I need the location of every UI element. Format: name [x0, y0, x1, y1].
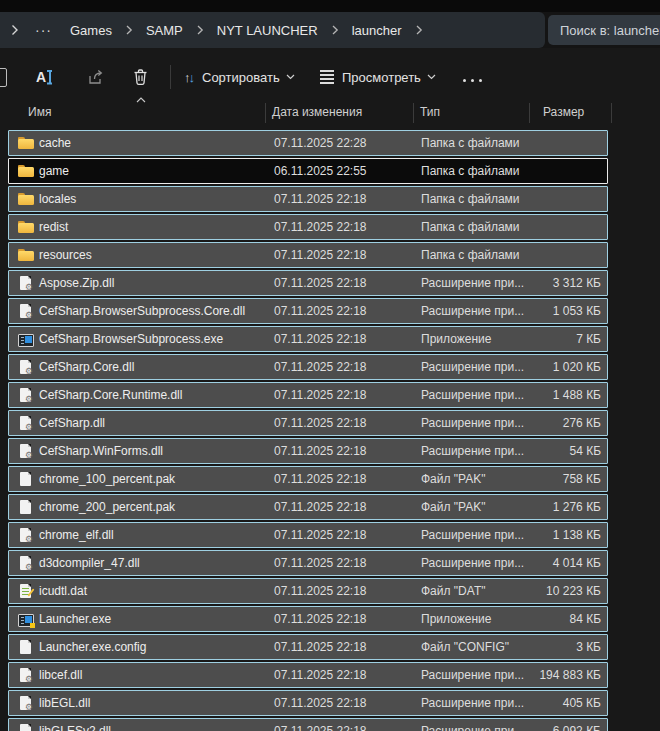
file-row[interactable]: ⚙ chrome_elf.dll 07.11.2025 22:18 Расшир…	[8, 522, 608, 548]
file-row[interactable]: locales 07.11.2025 22:18 Папка с файлами	[8, 186, 608, 212]
file-size: 276 КБ	[563, 411, 601, 435]
exe-alt-icon	[18, 612, 34, 626]
sort-arrows-icon: ↑↓	[184, 70, 195, 85]
file-row[interactable]: ⚙ CefSharp.dll 07.11.2025 22:18 Расширен…	[8, 410, 608, 436]
file-row[interactable]: resources 07.11.2025 22:18 Папка с файла…	[8, 242, 608, 268]
file-row[interactable]: Launcher.exe.config 07.11.2025 22:18 Фай…	[8, 634, 608, 660]
breadcrumb-item[interactable]: NYT LAUNCHER	[211, 20, 324, 41]
file-name: chrome_200_percent.pak	[39, 495, 175, 519]
navigation-bar: ··· Games SAMP NYT LAUNCHER launcher Пои…	[0, 12, 660, 48]
file-type: Расширение при...	[421, 383, 524, 407]
more-options-button[interactable]	[460, 58, 484, 96]
file-row[interactable]: chrome_200_percent.pak 07.11.2025 22:18 …	[8, 494, 608, 520]
file-name: chrome_elf.dll	[39, 523, 114, 547]
file-type: Расширение при...	[421, 411, 524, 435]
file-name: icudtl.dat	[39, 579, 87, 603]
breadcrumb-item[interactable]: launcher	[346, 20, 408, 41]
file-date-modified: 07.11.2025 22:18	[274, 663, 367, 687]
file-row[interactable]: ⚙ libEGL.dll 07.11.2025 22:18 Расширение…	[8, 690, 608, 716]
file-type: Папка с файлами	[421, 215, 520, 239]
file-row[interactable]: ⚙ CefSharp.WinForms.dll 07.11.2025 22:18…	[8, 438, 608, 464]
column-divider[interactable]	[413, 103, 414, 123]
file-row[interactable]: ⚙ CefSharp.BrowserSubprocess.Core.dll 07…	[8, 298, 608, 324]
clipboard-icon[interactable]	[0, 68, 7, 87]
file-explorer-window: { "colors": { "accent_selection_border":…	[0, 0, 660, 731]
file-size: 1 138 КБ	[553, 523, 601, 547]
chevron-right-icon	[125, 25, 133, 35]
column-header-size[interactable]: Размер	[543, 105, 584, 119]
file-date-modified: 07.11.2025 22:18	[274, 607, 367, 631]
column-header-name[interactable]: Имя	[28, 105, 51, 119]
folder-icon	[18, 164, 34, 178]
dll-icon: ⚙	[18, 668, 34, 682]
sort-button[interactable]: ↑↓ Сортировать	[184, 58, 295, 96]
view-button[interactable]: Просмотреть	[320, 58, 436, 96]
file-row[interactable]: ⚙ libGLESv2.dll 07.11.2025 22:18 Расшире…	[8, 718, 608, 731]
file-name: libEGL.dll	[39, 691, 90, 715]
file-date-modified: 07.11.2025 22:18	[274, 355, 367, 379]
column-divider[interactable]	[529, 103, 530, 123]
breadcrumb-item[interactable]: Games	[64, 20, 118, 41]
file-type: Расширение при...	[421, 551, 524, 575]
chevron-right-icon	[415, 25, 423, 35]
file-type: Расширение при...	[421, 299, 524, 323]
search-input[interactable]: Поиск в: launcher	[560, 23, 660, 38]
file-row[interactable]: ⚙ d3dcompiler_47.dll 07.11.2025 22:18 Ра…	[8, 550, 608, 576]
file-row[interactable]: Launcher.exe 07.11.2025 22:18 Приложение…	[8, 606, 608, 632]
file-type: Приложение	[421, 327, 491, 351]
share-button[interactable]	[86, 58, 104, 96]
breadcrumb-item[interactable]: SAMP	[140, 20, 189, 41]
file-date-modified: 07.11.2025 22:18	[274, 439, 367, 463]
file-type: Расширение при...	[421, 523, 524, 547]
file-name: resources	[39, 243, 92, 267]
file-row[interactable]: icudtl.dat 07.11.2025 22:18 Файл "DAT" 1…	[8, 578, 608, 604]
file-size: 405 КБ	[563, 691, 601, 715]
column-divider[interactable]	[265, 103, 266, 123]
file-row[interactable]: redist 07.11.2025 22:18 Папка с файлами	[8, 214, 608, 240]
file-name: libcef.dll	[39, 663, 82, 687]
column-header-date[interactable]: Дата изменения	[272, 105, 362, 119]
file-name: chrome_100_percent.pak	[39, 467, 175, 491]
file-row[interactable]: ⚙ CefSharp.Core.dll 07.11.2025 22:18 Рас…	[8, 354, 608, 380]
dll-icon: ⚙	[18, 528, 34, 542]
dll-icon: ⚙	[18, 388, 34, 402]
column-header-type[interactable]: Тип	[420, 105, 440, 119]
file-row[interactable]: game 06.11.2025 22:55 Папка с файлами	[8, 158, 608, 184]
file-row[interactable]: ⚙ CefSharp.Core.Runtime.dll 07.11.2025 2…	[8, 382, 608, 408]
file-row[interactable]: ⚙ libcef.dll 07.11.2025 22:18 Расширение…	[8, 662, 608, 688]
file-date-modified: 07.11.2025 22:18	[274, 327, 367, 351]
file-size: 10 223 КБ	[546, 579, 601, 603]
file-date-modified: 06.11.2025 22:55	[274, 159, 367, 183]
breadcrumb: ··· Games SAMP NYT LAUNCHER launcher	[0, 12, 545, 48]
delete-button[interactable]	[132, 58, 149, 96]
rename-button[interactable]: A	[36, 58, 51, 96]
dll-icon: ⚙	[18, 416, 34, 430]
file-list: cache 07.11.2025 22:28 Папка с файлами g…	[0, 130, 660, 731]
chevron-right-icon	[196, 25, 204, 35]
file-name: CefSharp.Core.Runtime.dll	[39, 383, 182, 407]
file-icon	[18, 472, 34, 486]
file-row[interactable]: ⚙ Aspose.Zip.dll 07.11.2025 22:18 Расшир…	[8, 270, 608, 296]
breadcrumb-items: Games SAMP NYT LAUNCHER launcher	[64, 20, 430, 41]
file-size: 1 053 КБ	[553, 299, 601, 323]
file-row[interactable]: chrome_100_percent.pak 07.11.2025 22:18 …	[8, 466, 608, 492]
folder-icon	[18, 136, 34, 150]
folder-icon	[18, 248, 34, 262]
file-size: 6 092 КБ	[553, 719, 601, 731]
file-type: Файл "CONFIG"	[421, 635, 509, 659]
dll-icon: ⚙	[18, 444, 34, 458]
chevron-down-icon	[286, 74, 295, 80]
file-row[interactable]: cache 07.11.2025 22:28 Папка с файлами	[8, 130, 608, 156]
file-size: 758 КБ	[563, 467, 601, 491]
file-type: Папка с файлами	[421, 243, 520, 267]
search-box[interactable]: Поиск в: launcher	[548, 15, 660, 45]
file-size: 3 312 КБ	[553, 271, 601, 295]
chevron-right-icon[interactable]	[10, 24, 19, 36]
breadcrumb-overflow-button[interactable]: ···	[35, 22, 52, 38]
dll-icon: ⚙	[18, 304, 34, 318]
file-row[interactable]: CefSharp.BrowserSubprocess.exe 07.11.202…	[8, 326, 608, 352]
file-type: Папка с файлами	[421, 159, 520, 183]
column-divider[interactable]	[611, 103, 612, 123]
file-size: 3 КБ	[576, 635, 601, 659]
file-date-modified: 07.11.2025 22:18	[274, 495, 367, 519]
